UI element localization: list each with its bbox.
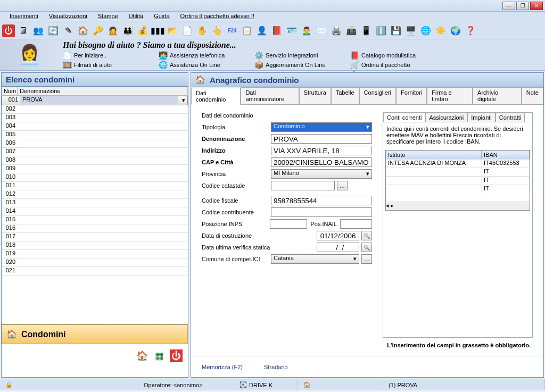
tool-users-icon[interactable]: 👥: [32, 24, 45, 37]
dcostr-cal-button[interactable]: 🔍: [361, 231, 372, 240]
dverif-input[interactable]: [317, 243, 359, 252]
table-row[interactable]: 020: [2, 258, 188, 267]
dcostr-input[interactable]: [317, 231, 359, 240]
side-tab-contratti[interactable]: Contratti: [496, 113, 525, 122]
tool-info-icon[interactable]: ℹ️: [375, 24, 387, 37]
tab-dati-condominio[interactable]: Dati condominio: [191, 88, 241, 105]
account-row[interactable]: INTESA AGENZIA DI MONZAIT45C032553: [386, 159, 530, 168]
tab-consiglieri[interactable]: Consiglieri: [359, 87, 396, 104]
tool-refresh-icon[interactable]: 🔄: [47, 24, 60, 37]
table-row[interactable]: 009: [2, 165, 188, 173]
help-serv-int[interactable]: ⚙️Servizio integrazioni: [254, 51, 350, 60]
codcat-input[interactable]: [271, 181, 335, 190]
col-den-header[interactable]: Denominazione: [18, 87, 188, 95]
help-agg-online[interactable]: 📦Aggiornamenti On Line: [254, 61, 350, 69]
help-ass-tel[interactable]: 🧑‍💻Assistenza telefonica: [159, 51, 254, 60]
codcontr-input[interactable]: [271, 207, 372, 217]
tab-struttura[interactable]: Struttura: [299, 87, 331, 104]
table-row[interactable]: 014: [2, 207, 188, 216]
table-row[interactable]: 010: [2, 173, 188, 182]
table-row[interactable]: 019: [2, 250, 188, 258]
menu-stampe[interactable]: Stampe: [93, 12, 123, 22]
table-row[interactable]: 004: [2, 122, 188, 131]
memorizza-button[interactable]: Memorizza (F2): [202, 364, 243, 370]
indir-input[interactable]: [271, 146, 372, 155]
help-ordina[interactable]: 🛒Ordina il pacchetto: [350, 61, 446, 69]
tab-dati-amministratore[interactable]: Dati amministratore: [241, 87, 299, 104]
tool-people-icon[interactable]: 👤: [255, 24, 268, 37]
tool-f24-icon[interactable]: F24: [226, 24, 238, 37]
denom-input[interactable]: [271, 134, 372, 144]
tab-firma-e-timbro[interactable]: Firma e timbro: [427, 87, 473, 104]
tool-doc-icon[interactable]: 📄: [181, 24, 194, 37]
menu-visualizzazioni[interactable]: Visualizzazioni: [44, 12, 93, 22]
tool-doc2-icon[interactable]: 📋: [241, 24, 253, 37]
tool-screen-icon[interactable]: 🖥️: [404, 24, 417, 37]
help-per-iniziare[interactable]: 📄Per iniziare..: [63, 51, 159, 60]
table-row[interactable]: 012: [2, 190, 188, 199]
power2-icon[interactable]: ⏻: [170, 349, 183, 362]
tool-sun-icon[interactable]: ☀️: [434, 24, 447, 37]
tool-group-icon[interactable]: 👪: [121, 24, 134, 37]
side-tab-impianti[interactable]: Impianti: [467, 113, 496, 122]
tab-archivio-digitale[interactable]: Archivio digitale: [473, 87, 522, 104]
tool-barcode-icon[interactable]: ▮▮▮: [151, 24, 164, 37]
tool-stamp-icon[interactable]: 🙍‍♂️: [300, 24, 313, 37]
help-ass-online[interactable]: 🌐Assistenza On Line: [159, 61, 254, 69]
table-row[interactable]: 005: [2, 131, 188, 139]
list-body[interactable]: 001PROVA00200300400500600700800901001101…: [2, 96, 188, 324]
accounts-grid[interactable]: Istituto IBAN INTESA AGENZIA DI MONZAIT4…: [385, 150, 530, 211]
table-row[interactable]: 021: [2, 267, 188, 276]
tool-key-icon[interactable]: 🔑: [92, 24, 104, 37]
tool-home-icon[interactable]: 🏠: [77, 24, 89, 37]
tab-note[interactable]: Note: [522, 87, 543, 104]
dverif-cal-button[interactable]: 🔍: [361, 243, 372, 252]
tool-globe-icon[interactable]: 🌐: [419, 24, 432, 37]
help-filmati[interactable]: 🎞️Filmati di aiuto: [63, 61, 159, 69]
side-tab-assicurazioni[interactable]: Assicurazioni: [425, 113, 467, 122]
menu-utilita[interactable]: Utilità: [123, 12, 149, 22]
account-row[interactable]: IT: [386, 176, 530, 185]
home2-icon[interactable]: 🏠: [136, 349, 148, 362]
tool-edit-icon[interactable]: ✎: [62, 24, 75, 37]
tab-tabelle[interactable]: Tabelle: [331, 87, 359, 104]
menu-inserimenti[interactable]: Inserimenti: [4, 12, 44, 22]
table-row[interactable]: 003: [2, 114, 188, 122]
table-row[interactable]: 007: [2, 148, 188, 156]
grid-scrollbar[interactable]: ◂ ▸: [386, 202, 530, 210]
cap-input[interactable]: [271, 157, 372, 167]
table-row[interactable]: 017: [2, 233, 188, 241]
tool-fax-icon[interactable]: 📠: [345, 24, 358, 37]
comici-select[interactable]: Catania: [271, 254, 359, 264]
inail-input[interactable]: [340, 219, 372, 229]
table-row[interactable]: 008: [2, 156, 188, 165]
tool-print-icon[interactable]: 🖨️: [330, 24, 343, 37]
maximize-button[interactable]: ❐: [516, 2, 529, 10]
codcat-lookup-button[interactable]: …: [337, 181, 348, 190]
tool-hand1-icon[interactable]: ✋: [196, 24, 209, 37]
account-row[interactable]: IT: [386, 185, 530, 193]
condomini-label[interactable]: 🏠 Condomini: [2, 324, 188, 344]
tool-money-icon[interactable]: 💰: [136, 24, 149, 37]
tool-folder-icon[interactable]: 📂: [166, 24, 179, 37]
comici-lookup-button[interactable]: …: [361, 254, 372, 264]
side-tab-conti-correnti[interactable]: Conti correnti: [383, 113, 425, 122]
minimize-button[interactable]: —: [502, 2, 515, 10]
table-row[interactable]: 006: [2, 139, 188, 148]
tab-fornitori[interactable]: Fornitori: [396, 87, 427, 104]
prov-select[interactable]: MI Milano: [271, 169, 372, 179]
tool-help-icon[interactable]: ❓: [464, 24, 477, 37]
table-row[interactable]: 015: [2, 216, 188, 224]
tool-sms-icon[interactable]: 📱: [360, 24, 373, 37]
table-row[interactable]: 002: [2, 105, 188, 114]
codfisc-input[interactable]: [271, 196, 372, 205]
tipologia-select[interactable]: Condominio: [271, 122, 372, 132]
col-num-header[interactable]: Num: [2, 87, 18, 95]
tool-book-icon[interactable]: 📕: [270, 24, 283, 37]
inps-input[interactable]: [270, 219, 307, 229]
tool-hand2-icon[interactable]: 👆: [211, 24, 224, 37]
tool-passport-icon[interactable]: 🪪: [285, 24, 298, 37]
menu-ordina[interactable]: Ordina il pacchetto adesso !!: [175, 12, 260, 22]
tool-power-icon[interactable]: ⏻: [2, 24, 15, 37]
tool-calc-icon[interactable]: 🖩: [17, 24, 30, 37]
